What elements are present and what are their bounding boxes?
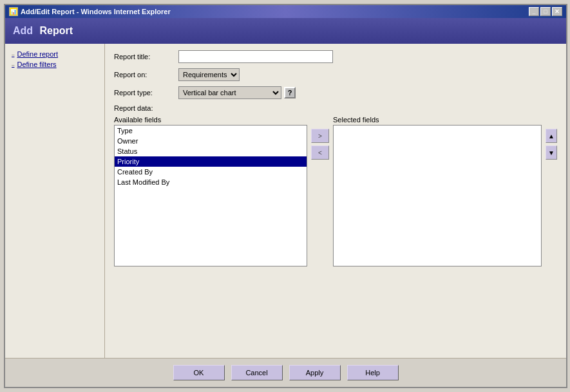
sidebar: – Define report – Define filters — [5, 44, 105, 358]
move-right-button[interactable]: > — [311, 129, 329, 143]
footer: OK Cancel Apply Help — [5, 358, 566, 387]
header-add-label: Add — [13, 25, 33, 37]
sidebar-item-label: Define filters — [17, 61, 56, 68]
main-content: – Define report – Define filters Report … — [5, 44, 566, 358]
field-item-priority[interactable]: Priority — [115, 156, 307, 167]
report-on-row: Report on: Requirements Defects Test Cas… — [114, 68, 557, 81]
available-fields-container: Available fields Type Owner Status Prior… — [114, 116, 307, 266]
field-item-created-by[interactable]: Created By — [115, 167, 307, 177]
report-title-row: Report title: — [114, 50, 557, 63]
close-button[interactable]: ✕ — [552, 7, 562, 16]
apply-button[interactable]: Apply — [289, 365, 341, 380]
selected-fields-box[interactable] — [333, 125, 542, 266]
selected-fields-container: Selected fields — [333, 116, 542, 266]
ok-button[interactable]: OK — [173, 365, 225, 380]
sidebar-item-define-report[interactable]: – Define report — [9, 49, 100, 59]
report-on-label: Report on: — [114, 71, 178, 79]
sidebar-item-label: Define report — [17, 50, 58, 58]
field-item-last-modified-by[interactable]: Last Modified By — [115, 177, 307, 187]
minimize-button[interactable]: _ — [529, 7, 539, 16]
report-type-label: Report type: — [114, 89, 178, 97]
report-title-input[interactable] — [178, 50, 333, 63]
help-button[interactable]: Help — [347, 365, 399, 380]
bullet-icon: – — [12, 51, 14, 57]
available-fields-title: Available fields — [114, 116, 307, 124]
report-data-section: Available fields Type Owner Status Prior… — [114, 116, 557, 266]
field-item-status[interactable]: Status — [115, 146, 307, 156]
header-report-label: Report — [40, 25, 73, 37]
page-header: Add Report — [5, 18, 566, 44]
cancel-button[interactable]: Cancel — [231, 365, 283, 380]
bullet-icon: – — [12, 62, 14, 68]
maximize-button[interactable]: □ — [540, 7, 551, 16]
report-title-label: Report title: — [114, 53, 178, 61]
help-icon[interactable]: ? — [284, 87, 296, 98]
report-on-select[interactable]: Requirements Defects Test Cases — [178, 68, 240, 81]
sidebar-item-define-filters[interactable]: – Define filters — [9, 59, 100, 70]
transfer-buttons: > < — [311, 116, 329, 160]
report-type-row: Report type: Vertical bar chart Horizont… — [114, 86, 557, 99]
move-left-button[interactable]: < — [311, 145, 329, 160]
selected-fields-title: Selected fields — [333, 116, 542, 124]
title-bar: 📊 Add/Edit Report - Windows Internet Exp… — [5, 5, 566, 18]
available-fields-box[interactable]: Type Owner Status Priority Created By La… — [114, 125, 307, 266]
order-buttons: ▲ ▼ — [546, 116, 557, 160]
report-data-label: Report data: — [114, 104, 557, 112]
field-item-owner[interactable]: Owner — [115, 136, 307, 146]
move-up-button[interactable]: ▲ — [546, 129, 557, 143]
move-down-button[interactable]: ▼ — [546, 145, 557, 160]
field-item-type[interactable]: Type — [115, 126, 307, 136]
form-area: Report title: Report on: Requirements De… — [105, 44, 566, 358]
window-title: Add/Edit Report - Windows Internet Explo… — [21, 8, 171, 15]
window-icon: 📊 — [9, 7, 18, 16]
report-type-select[interactable]: Vertical bar chart Horizontal bar chart … — [178, 86, 281, 99]
main-window: 📊 Add/Edit Report - Windows Internet Exp… — [4, 4, 567, 388]
